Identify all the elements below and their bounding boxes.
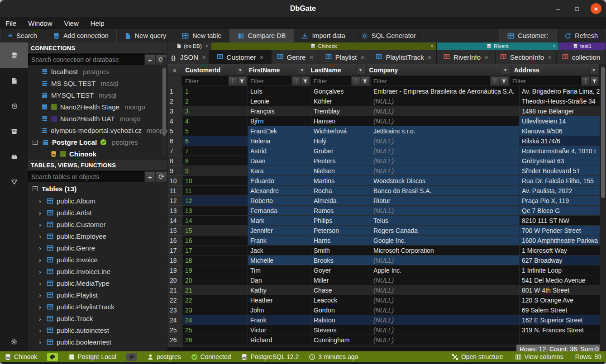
- cell-company[interactable]: (NULL): [371, 305, 520, 315]
- table-item[interactable]: ›public.InvoiceLine: [28, 265, 167, 277]
- cell-address[interactable]: 1 Infinite Loop: [520, 265, 600, 275]
- tab-genre[interactable]: Genre×: [272, 50, 319, 64]
- cell-address[interactable]: 120 S Orange Ave: [520, 295, 600, 305]
- toolbar-refresh-button[interactable]: Refresh: [556, 29, 606, 43]
- chevron-right-icon[interactable]: ›: [39, 244, 43, 252]
- cell-company[interactable]: (NULL): [371, 275, 520, 285]
- cell-company[interactable]: Embraer - Empresa Brasileira de Aeronáut…: [371, 86, 520, 96]
- activity-settings[interactable]: [0, 329, 28, 354]
- activity-files[interactable]: [0, 68, 28, 93]
- column-header-lastname[interactable]: LastName▾: [308, 64, 367, 76]
- row-number[interactable]: 12: [167, 196, 183, 206]
- row-number[interactable]: 10: [167, 176, 183, 186]
- cell-company[interactable]: (NULL): [371, 156, 520, 166]
- cell-address[interactable]: Av. Paulista, 2022: [520, 186, 600, 196]
- cell-id[interactable]: 26: [183, 335, 248, 345]
- column-menu-icon[interactable]: ▾: [589, 66, 598, 75]
- filter-input[interactable]: [371, 76, 490, 85]
- column-header-company[interactable]: Company▾: [367, 64, 511, 76]
- row-number[interactable]: 13: [167, 206, 183, 216]
- cell-first[interactable]: Daan: [248, 156, 311, 166]
- cell-last[interactable]: Gonçalves: [311, 86, 371, 96]
- row-number[interactable]: 14: [167, 216, 183, 226]
- row-number[interactable]: 23: [167, 305, 183, 315]
- toolbar-import-data-button[interactable]: Import data: [294, 29, 353, 43]
- close-button[interactable]: ×: [591, 3, 601, 14]
- chevron-right-icon[interactable]: ›: [39, 268, 43, 275]
- cell-address[interactable]: 69 Salem Street: [520, 305, 600, 315]
- cell-first[interactable]: François: [248, 106, 311, 116]
- status-view-columns[interactable]: View columns: [515, 353, 563, 360]
- filter-menu-icon[interactable]: ⋮: [491, 76, 499, 85]
- cell-last[interactable]: Almeida: [311, 196, 371, 206]
- row-number[interactable]: 15: [167, 226, 183, 236]
- cell-first[interactable]: Luís: [248, 86, 311, 96]
- connection-item[interactable]: olympus-medportal.vychozi.czmongo: [28, 124, 167, 136]
- table-item[interactable]: ›public.MediaType: [28, 277, 167, 289]
- close-tab-icon[interactable]: ×: [202, 53, 206, 61]
- row-number[interactable]: 25: [167, 325, 183, 335]
- refresh-objects-button[interactable]: ⟳: [156, 171, 167, 182]
- row-number[interactable]: 8: [167, 156, 183, 166]
- cell-last[interactable]: Stevens: [311, 325, 371, 335]
- cell-id[interactable]: 18: [183, 255, 248, 265]
- connection-item[interactable]: localhostpostgres: [28, 66, 167, 77]
- chevron-right-icon[interactable]: ›: [39, 315, 43, 322]
- close-group-icon[interactable]: ×: [553, 43, 556, 49]
- add-connection-small-button[interactable]: +: [144, 54, 156, 65]
- column-menu-icon[interactable]: ▾: [298, 66, 307, 75]
- cell-id[interactable]: 6: [183, 136, 248, 146]
- cell-address[interactable]: 627 Broadway: [520, 255, 600, 265]
- menu-item-window[interactable]: Window: [28, 19, 52, 27]
- funnel-icon[interactable]: [500, 76, 508, 85]
- cell-address[interactable]: 541 Del Medio Avenue: [520, 275, 600, 285]
- cell-address[interactable]: Praça Pio X, 119: [520, 196, 600, 206]
- cell-last[interactable]: Rocha: [311, 186, 371, 196]
- cell-last[interactable]: Miller: [311, 275, 371, 285]
- cell-company[interactable]: (NULL): [371, 295, 520, 305]
- cell-company[interactable]: (NULL): [371, 116, 520, 126]
- activity-plugins[interactable]: [0, 144, 28, 169]
- cell-last[interactable]: Goyer: [311, 265, 371, 275]
- tab-json[interactable]: {}JSON×: [167, 50, 209, 64]
- cell-first[interactable]: Bjřrn: [248, 116, 311, 126]
- cell-company[interactable]: Banco do Brasil S.A.: [371, 186, 520, 196]
- theme-chip[interactable]: [47, 353, 58, 361]
- row-number[interactable]: 2: [167, 96, 183, 106]
- cell-last[interactable]: Martins: [311, 176, 371, 186]
- filter-menu-icon[interactable]: ⋮: [581, 76, 590, 85]
- cell-id[interactable]: 11: [183, 186, 248, 196]
- cell-company[interactable]: (NULL): [371, 255, 520, 265]
- menu-item-file[interactable]: File: [5, 19, 16, 27]
- cell-first[interactable]: John: [248, 305, 311, 315]
- close-tab-icon[interactable]: ×: [428, 53, 432, 61]
- cell-company[interactable]: (NULL): [371, 335, 520, 345]
- cell-id[interactable]: 20: [183, 275, 248, 285]
- chevron-right-icon[interactable]: ›: [39, 197, 43, 205]
- cell-first[interactable]: Heather: [248, 295, 311, 305]
- cell-last[interactable]: Hansen: [311, 116, 371, 126]
- row-number[interactable]: 1: [167, 86, 183, 96]
- cell-address[interactable]: Theodor-Heuss-Straße 34: [520, 96, 600, 106]
- cell-first[interactable]: Frank: [248, 315, 311, 325]
- cell-last[interactable]: Peeters: [311, 156, 371, 166]
- row-number[interactable]: 17: [167, 246, 183, 255]
- cell-id[interactable]: 3: [183, 106, 248, 116]
- maximize-button[interactable]: □: [572, 3, 582, 14]
- connections-scrollbar-thumb[interactable]: [162, 68, 166, 136]
- toolbar-add-connection-button[interactable]: Add connection: [45, 29, 117, 43]
- activity-filters[interactable]: [0, 169, 28, 194]
- tab-playlist[interactable]: Playlist×: [319, 50, 371, 64]
- table-item[interactable]: ›public.PlaylistTrack: [28, 301, 167, 312]
- cell-id[interactable]: 24: [183, 315, 248, 325]
- row-number[interactable]: 7: [167, 146, 183, 156]
- cell-last[interactable]: Gordon: [311, 305, 371, 315]
- cell-company[interactable]: (NULL): [371, 136, 520, 146]
- cell-first[interactable]: Mark: [248, 216, 311, 226]
- row-number[interactable]: 11: [167, 186, 183, 196]
- close-group-icon[interactable]: ×: [430, 43, 434, 49]
- cell-last[interactable]: Philips: [311, 216, 371, 226]
- cell-first[interactable]: Astrid: [248, 146, 311, 156]
- cell-first[interactable]: Victor: [248, 325, 311, 335]
- cell-last[interactable]: Ramos: [311, 206, 371, 216]
